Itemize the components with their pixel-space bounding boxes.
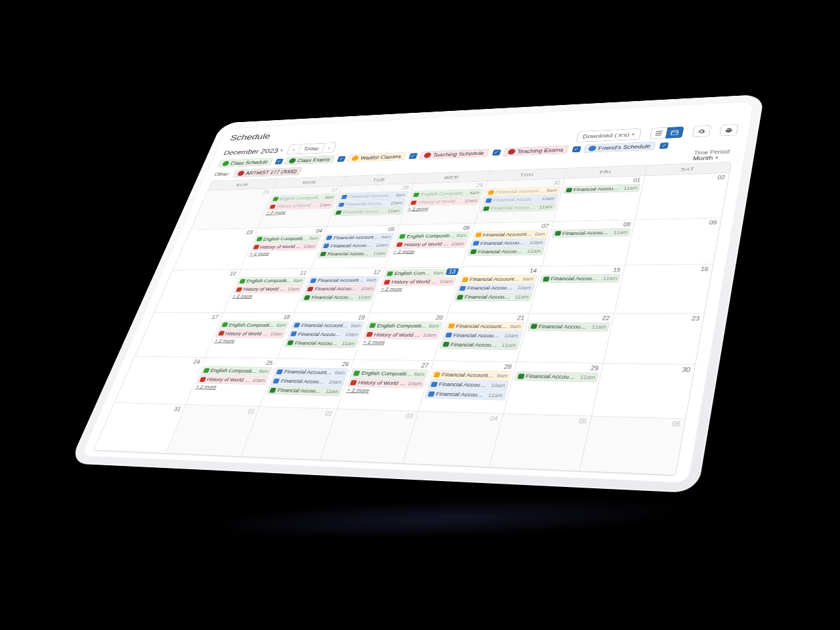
calendar-event[interactable]: Financial Account…10am	[427, 379, 509, 390]
calendar-cell[interactable]: 23	[604, 313, 704, 364]
more-events-link[interactable]: + 2 more	[264, 209, 332, 216]
calendar-event[interactable]: Financial Account…11am	[439, 340, 520, 350]
calendar-event[interactable]: English Compositi…8am	[236, 277, 306, 285]
calendar-cell[interactable]: 16	[615, 264, 713, 314]
calendar-cell[interactable]: 29English Compositi…8amHistory of World …	[400, 181, 488, 225]
calendar-event[interactable]: English Compositi…8am	[219, 321, 290, 329]
calendar-cell[interactable]: 19Financial Account…9amFinancial Account…	[278, 313, 370, 360]
calendar-event[interactable]: English Compositi…8am	[384, 269, 448, 278]
print-button[interactable]	[719, 124, 738, 136]
filter-texam-checkbox[interactable]: ✓	[572, 146, 581, 152]
calendar-event[interactable]: Financial Account…10am	[304, 285, 377, 293]
more-events-link[interactable]: + 2 more	[361, 339, 438, 346]
calendar-cell[interactable]: 12Financial Account…9amFinancial Account…	[295, 268, 385, 312]
calendar-cell[interactable]: 06English Compositi…8amHistory of World …	[385, 223, 475, 268]
calendar-event[interactable]: Financial Account…10am	[456, 284, 535, 292]
calendar-cell[interactable]: 09	[625, 218, 721, 266]
calendar-cell[interactable]: 03	[320, 409, 419, 464]
calendar-event[interactable]: Financial Account…11am	[480, 203, 556, 213]
settings-button[interactable]	[692, 125, 711, 137]
calendar-event[interactable]: English Compositi…8am	[200, 366, 273, 376]
calendar-event[interactable]: History of World …10am	[381, 278, 456, 286]
calendar-event[interactable]: Financial Account…10am	[270, 376, 345, 387]
filter-exam[interactable]: Class Exams	[284, 155, 335, 165]
filter-teach[interactable]: Teaching Schedule	[419, 149, 489, 160]
calendar-event[interactable]: Financial Account…9am	[274, 368, 349, 377]
calendar-cell[interactable]: 26Financial Account…9amFinancial Account…	[260, 359, 354, 409]
calendar-cell[interactable]: 01Financial Account…11am	[554, 176, 646, 221]
calendar-event[interactable]: Financial Account…11am	[301, 293, 375, 302]
calendar-cell[interactable]: 01	[166, 404, 260, 457]
download-ics-button[interactable]: Download (.ics) ▾	[576, 129, 642, 142]
calendar-event[interactable]: Financial Account…11am	[467, 247, 545, 256]
filter-class[interactable]: Class Schedule	[218, 158, 274, 167]
calendar-event[interactable]: Financial Account…9am	[324, 233, 395, 242]
calendar-cell[interactable]: 31	[94, 402, 186, 453]
calendar-event[interactable]: Financial Account…11am	[425, 389, 507, 400]
calendar-event[interactable]: Financial Account…9am	[459, 275, 537, 284]
filter-texam[interactable]: Teaching Exams	[503, 145, 569, 156]
calendar-event[interactable]: English Compositi…8am	[350, 369, 428, 379]
more-events-link[interactable]: + 2 more	[391, 247, 465, 255]
more-events-link[interactable]: + 2 more	[230, 293, 300, 299]
filter-exam-checkbox[interactable]: ✓	[337, 156, 346, 161]
calendar-cell[interactable]: 20English Compositi…8amHistory of World …	[354, 313, 448, 361]
calendar-cell[interactable]: 30	[592, 364, 695, 419]
filter-teach-checkbox[interactable]: ✓	[492, 149, 501, 155]
calendar-event[interactable]: Financial Account…9am	[430, 370, 512, 381]
calendar-event[interactable]: Financial Account…11am	[284, 339, 359, 348]
calendar-cell[interactable]: 08Financial Account…11am	[542, 220, 636, 266]
calendar-cell[interactable]: 24	[115, 356, 205, 404]
calendar-event[interactable]: English Compositi…8am	[396, 231, 471, 240]
calendar-event[interactable]: History of World …10am	[347, 378, 426, 388]
calendar-event[interactable]: Financial Account…11am	[551, 228, 631, 238]
more-events-link[interactable]: + 2 more	[194, 383, 266, 391]
calendar-view-button[interactable]	[665, 127, 684, 138]
time-period-select[interactable]: Month ▾	[692, 155, 719, 161]
calendar-event[interactable]: Financial Account…9am	[307, 276, 380, 285]
calendar-event[interactable]: Financial Account…9am	[472, 230, 549, 239]
more-events-link[interactable]: + 2 more	[345, 387, 423, 395]
calendar-event[interactable]: Financial Account…11am	[266, 386, 343, 396]
more-events-link[interactable]: + 2 more	[406, 204, 478, 212]
filter-friend[interactable]: Friend's Schedule	[583, 142, 656, 153]
calendar-cell[interactable]: 06	[580, 416, 685, 475]
calendar-cell[interactable]: 07Financial Account…9amFinancial Account…	[462, 222, 554, 268]
calendar-event[interactable]: Financial Account…10am	[442, 331, 522, 340]
calendar-cell[interactable]: 13English Compositi…8amHistory of World …	[370, 267, 462, 313]
calendar-cell[interactable]: 27English Compositi…8amHistory of World …	[337, 360, 433, 411]
more-events-link[interactable]: + 2 more	[213, 337, 284, 344]
calendar-event[interactable]: Financial Account…11am	[539, 274, 621, 284]
filter-friend-checkbox[interactable]: ✓	[660, 142, 669, 149]
calendar-event[interactable]: Financial Account…11am	[514, 371, 598, 382]
calendar-event[interactable]: Financial Account…11am	[562, 184, 640, 194]
calendar-event[interactable]: English Compositi…8am	[366, 322, 443, 331]
calendar-cell[interactable]: 29Financial Account…11am	[503, 362, 604, 416]
calendar-cell[interactable]: 28Financial Account…9amFinancial Account…	[419, 361, 517, 413]
calendar-event[interactable]: Financial Account…11am	[333, 207, 404, 216]
calendar-event[interactable]: History of World …10am	[196, 375, 269, 385]
calendar-cell[interactable]: 30Financial Account…9amFinancial Account…	[475, 178, 565, 223]
calendar-event[interactable]: History of World …10am	[363, 330, 440, 339]
calendar-cell[interactable]: 22Financial Account…11am	[516, 313, 614, 364]
calendar-event[interactable]: Financial Account…11am	[317, 249, 389, 258]
calendar-cell[interactable]: 04	[403, 411, 503, 468]
calendar-event[interactable]: Financial Account…10am	[320, 241, 392, 250]
calendar-event[interactable]: History of World …10am	[233, 285, 303, 293]
calendar-cell[interactable]: 02	[242, 407, 338, 461]
calendar-event[interactable]: History of World …10am	[215, 329, 286, 338]
more-events-link[interactable]: + 2 more	[379, 285, 453, 292]
calendar-event[interactable]: English Compositi…8am	[253, 234, 322, 243]
calendar-event[interactable]: Financial Account…9am	[445, 322, 525, 331]
calendar-cell[interactable]: 15Financial Account…11am	[530, 266, 625, 314]
calendar-event[interactable]: Financial Account…11am	[453, 293, 532, 301]
calendar-cell[interactable]: 21Financial Account…9amFinancial Account…	[434, 313, 530, 362]
filter-wait-checkbox[interactable]: ✓	[409, 153, 418, 159]
calendar-event[interactable]: Financial Account…10am	[287, 329, 362, 339]
calendar-event[interactable]: Financial Account…9am	[291, 321, 365, 329]
filter-wait[interactable]: Waitlist Classes	[347, 152, 407, 163]
calendar-cell[interactable]: 02	[635, 173, 729, 220]
filter-class-checkbox[interactable]: ✓	[275, 158, 284, 164]
calendar-event[interactable]: Financial Account…11am	[527, 322, 610, 331]
calendar-event[interactable]: Financial Account…10am	[470, 238, 547, 247]
